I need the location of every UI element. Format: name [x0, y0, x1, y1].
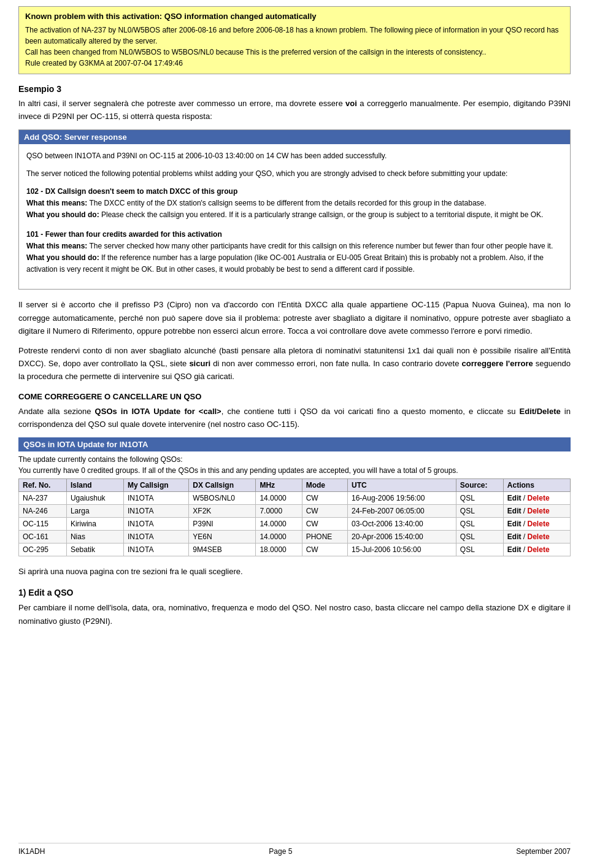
footer-center: Page 5 — [269, 847, 292, 856]
body-para-2: Potreste rendervi conto di non aver sbag… — [18, 344, 571, 383]
delete-link[interactable]: Delete — [528, 532, 550, 541]
edit-link[interactable]: Edit — [507, 532, 522, 541]
actions-cell[interactable]: Edit / Delete — [503, 517, 570, 530]
server-response-content: QSO between IN1OTA and P39NI on OC-115 a… — [19, 144, 570, 290]
delete-link[interactable]: Delete — [528, 545, 550, 554]
problem-102-do-label: What you should do: — [26, 210, 99, 219]
col-utc: UTC — [348, 478, 456, 491]
added-msg: QSO between IN1OTA and P39NI on OC-115 a… — [26, 150, 563, 162]
problem-101-means-text: The server checked how many other partic… — [89, 242, 553, 250]
footer-right: September 2007 — [516, 847, 571, 856]
warning-intro: The server noticed the following potenti… — [26, 168, 563, 180]
table-row: NA-246LargaIN1OTAXF2K7.0000CW24-Feb-2007… — [19, 504, 571, 517]
problem-102: 102 - DX Callsign doesn't seem to match … — [26, 186, 563, 221]
banner-body: The activation of NA-237 by NL0/W5BOS af… — [25, 25, 564, 69]
actions-cell[interactable]: Edit / Delete — [503, 530, 570, 543]
problem-102-do-text: Please check the callsign you entered. I… — [101, 210, 543, 219]
col-mhz: MHz — [256, 478, 302, 491]
edit-link[interactable]: Edit — [507, 507, 522, 515]
table-row: OC-295SebatikIN1OTA9M4SEB18.0000CW15-Jul… — [19, 543, 571, 556]
edit-qso-para: Per cambiare il nome dell'isola, data, o… — [18, 601, 571, 628]
edit-qso-title: 1) Edit a QSO — [18, 588, 571, 597]
problem-101-means-label: What this means: — [26, 242, 87, 250]
problem-101-do-label: What you should do: — [26, 253, 99, 262]
new-page-para: Si aprirà una nuova pagina con tre sezio… — [18, 565, 571, 578]
col-actions: Actions — [503, 478, 570, 491]
banner-title: Known problem with this activation: QSO … — [25, 12, 564, 21]
server-response-box: Add QSO: Server response QSO between IN1… — [18, 129, 571, 290]
page-footer: IK1ADH Page 5 September 2007 — [18, 843, 571, 856]
esempio3-para1: In altri casi, il server segnalerà che p… — [18, 98, 571, 123]
delete-link[interactable]: Delete — [528, 520, 550, 528]
footer-left: IK1ADH — [18, 847, 45, 856]
delete-link[interactable]: Delete — [528, 494, 550, 502]
problem-101-do-text: If the reference number has a large popu… — [26, 253, 544, 274]
known-problem-banner: Known problem with this activation: QSO … — [18, 6, 571, 74]
come-correggere-title: COME CORREGGERE O CANCELLARE UN QSO — [18, 392, 571, 401]
actions-cell[interactable]: Edit / Delete — [503, 543, 570, 556]
edit-link[interactable]: Edit — [507, 545, 522, 554]
problem-102-do: What you should do: Please check the cal… — [26, 209, 563, 221]
server-response-title: Add QSO: Server response — [19, 130, 570, 144]
come-correggere-para: Andate alla sezione QSOs in IOTA Update … — [18, 405, 571, 431]
problem-102-means: What this means: The DXCC entity of the … — [26, 198, 563, 209]
body-para-1: Il server si è accorto che il prefisso P… — [18, 298, 571, 337]
col-ref: Ref. No. — [19, 478, 67, 491]
problem-101-do: What you should do: If the reference num… — [26, 252, 563, 275]
delete-link[interactable]: Delete — [528, 507, 550, 515]
col-source: Source: — [456, 478, 503, 491]
qsos-section-header: QSOs in IOTA Update for IN1OTA — [18, 437, 571, 451]
table-row: OC-115KiriwinaIN1OTAP39NI14.0000CW03-Oct… — [19, 517, 571, 530]
col-my-callsign: My Callsign — [123, 478, 188, 491]
qso-table: Ref. No. Island My Callsign DX Callsign … — [18, 478, 571, 556]
problem-101: 101 - Fewer than four credits awarded fo… — [26, 229, 563, 276]
problem-101-means: What this means: The server checked how … — [26, 240, 563, 252]
actions-cell[interactable]: Edit / Delete — [503, 491, 570, 504]
actions-cell[interactable]: Edit / Delete — [503, 504, 570, 517]
problem-102-means-text: The DXCC entity of the DX station's call… — [89, 199, 486, 207]
edit-link[interactable]: Edit — [507, 520, 522, 528]
col-dx-callsign: DX Callsign — [189, 478, 256, 491]
problem-101-title: 101 - Fewer than four credits awarded fo… — [26, 229, 563, 240]
esempio3-title: Esempio 3 — [18, 84, 571, 94]
table-row: OC-161NiasIN1OTAYE6N14.0000PHONE20-Apr-2… — [19, 530, 571, 543]
table-row: NA-237UgaiushukIN1OTAW5BOS/NL014.0000CW1… — [19, 491, 571, 504]
qsos-subtitle: The update currently contains the follow… — [18, 455, 571, 464]
problem-102-title: 102 - DX Callsign doesn't seem to match … — [26, 186, 563, 198]
edit-link[interactable]: Edit — [507, 494, 522, 502]
qsos-note: You currently have 0 credited groups. If… — [18, 466, 571, 475]
col-mode: Mode — [302, 478, 347, 491]
problem-102-means-label: What this means: — [26, 199, 87, 207]
col-island: Island — [66, 478, 123, 491]
